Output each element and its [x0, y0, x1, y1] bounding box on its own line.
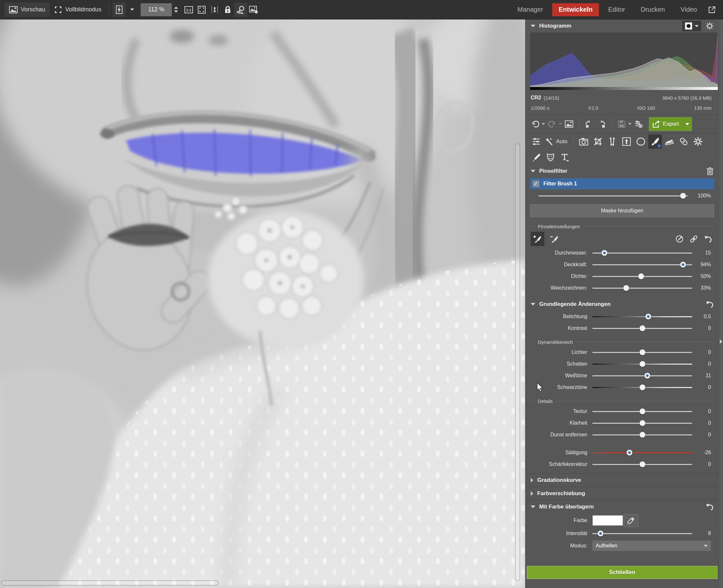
- slider-track[interactable]: [593, 420, 692, 426]
- slider-track[interactable]: [593, 384, 692, 391]
- face-mask-tool[interactable]: [544, 150, 557, 164]
- slider-track[interactable]: [593, 349, 692, 356]
- slider-thumb[interactable]: [639, 420, 645, 426]
- auto-label[interactable]: Auto: [556, 138, 567, 145]
- slider-thumb[interactable]: [623, 285, 629, 291]
- presets-tool[interactable]: [530, 134, 543, 149]
- tab-editor[interactable]: Editor: [601, 3, 632, 16]
- vertical-scrollbar[interactable]: [515, 144, 520, 581]
- slider-track[interactable]: [593, 361, 692, 367]
- undo-dropdown[interactable]: [542, 123, 545, 125]
- fit-to-screen-button[interactable]: [195, 3, 208, 17]
- slider-track[interactable]: [593, 449, 692, 456]
- image-canvas[interactable]: [0, 20, 525, 588]
- tab-video[interactable]: Video: [674, 3, 703, 16]
- rotate-left-button[interactable]: [583, 118, 595, 130]
- slider-thumb[interactable]: [639, 461, 645, 467]
- histogram-settings-icon[interactable]: [706, 22, 714, 30]
- slider-thumb[interactable]: [639, 349, 645, 356]
- add-mask-button[interactable]: Maske hinzufügen: [530, 204, 714, 217]
- export-button[interactable]: Export: [649, 117, 692, 131]
- radial-filter-tool[interactable]: [634, 134, 648, 149]
- reset-brush-button[interactable]: [703, 232, 714, 246]
- auto-enhance-tool[interactable]: [544, 134, 555, 149]
- slider-thumb[interactable]: [639, 326, 645, 332]
- panel-edge-strip[interactable]: [719, 20, 723, 588]
- text-tool[interactable]: [558, 150, 572, 164]
- reset-section-icon[interactable]: [706, 503, 714, 510]
- straighten-tool[interactable]: [605, 134, 619, 149]
- step-down-icon[interactable]: [174, 10, 178, 13]
- tab-entwickeln[interactable]: Entwickeln: [552, 3, 599, 16]
- zoom-100-button[interactable]: 1:1: [182, 3, 195, 17]
- slider-track[interactable]: [593, 285, 692, 291]
- slider-thumb[interactable]: [680, 193, 686, 199]
- slider-thumb[interactable]: [644, 373, 650, 379]
- fullscreen-button[interactable]: Vollbildmodus: [50, 3, 106, 17]
- tone-curve-section-header[interactable]: Gradationskurve: [525, 474, 719, 487]
- link-settings-button[interactable]: [688, 232, 699, 246]
- brush-preview-button[interactable]: [674, 232, 685, 246]
- trash-icon[interactable]: [706, 167, 714, 175]
- preview-button[interactable]: Vorschau: [4, 3, 50, 17]
- perspective-tool[interactable]: [620, 134, 633, 149]
- healing-tool[interactable]: [677, 134, 690, 149]
- auto-exposure-dropdown[interactable]: [126, 3, 139, 17]
- slider-thumb[interactable]: [626, 450, 633, 456]
- slider-thumb[interactable]: [597, 530, 603, 537]
- basic-edits-section-header[interactable]: Grundlegende Änderungen: [525, 298, 719, 311]
- crop-tool[interactable]: [591, 134, 605, 149]
- apply-preset-button[interactable]: [633, 118, 644, 130]
- brush-opacity-slider[interactable]: [538, 192, 688, 199]
- slider-track[interactable]: [593, 250, 692, 256]
- color-overlay-section-header[interactable]: Mit Farbe überlagern: [525, 500, 719, 513]
- camera-raw-tool[interactable]: [577, 134, 591, 149]
- eyedropper-button[interactable]: [624, 514, 639, 527]
- filter-brush-checkbox[interactable]: ✓: [532, 180, 539, 187]
- export-dropdown[interactable]: [683, 118, 691, 130]
- preview-settings-button[interactable]: [247, 3, 260, 17]
- gradient-filter-tool[interactable]: [663, 134, 676, 149]
- slider-thumb[interactable]: [639, 361, 645, 367]
- save-dropdown[interactable]: [628, 123, 632, 125]
- slider-thumb[interactable]: [639, 432, 645, 438]
- rotate-right-button[interactable]: [596, 118, 608, 130]
- fit-width-button[interactable]: [208, 3, 221, 17]
- overlay-display-toggle[interactable]: [682, 21, 701, 31]
- brush-subtract-button[interactable]: [548, 232, 561, 246]
- color-shift-section-header[interactable]: Farbverschiebung: [525, 487, 719, 500]
- save-button[interactable]: [616, 118, 627, 130]
- develop-settings-tool[interactable]: [691, 134, 705, 149]
- zoom-input[interactable]: 112 %: [141, 3, 172, 16]
- tab-manager[interactable]: Manager: [511, 3, 550, 16]
- zoom-stepper[interactable]: [172, 6, 180, 13]
- horizontal-scrollbar[interactable]: [1, 581, 218, 585]
- filter-brush-item[interactable]: ✓ Filter Brush 1: [530, 178, 714, 189]
- undo-button[interactable]: [530, 118, 541, 130]
- lock-zoom-button[interactable]: [221, 3, 234, 17]
- overlay-color-swatch[interactable]: [593, 515, 623, 526]
- slider-track[interactable]: [593, 432, 692, 438]
- tab-drucken[interactable]: Drucken: [634, 3, 672, 16]
- close-button[interactable]: Schließen: [527, 566, 718, 579]
- slider-thumb[interactable]: [601, 250, 607, 256]
- slider-track[interactable]: [593, 273, 692, 279]
- compare-view-button[interactable]: [234, 3, 247, 17]
- histogram-section-header[interactable]: Histogramm: [525, 20, 719, 33]
- brush-filter-section-header[interactable]: Pinselfilter: [525, 165, 719, 177]
- slider-track[interactable]: [593, 372, 692, 379]
- slider-track[interactable]: [593, 461, 692, 467]
- marker-tool[interactable]: [530, 150, 543, 164]
- slider-track[interactable]: [593, 530, 692, 537]
- open-external-button[interactable]: [705, 3, 719, 17]
- slider-thumb[interactable]: [639, 408, 645, 415]
- slider-thumb[interactable]: [680, 262, 686, 268]
- auto-exposure-button[interactable]: [113, 3, 126, 17]
- redo-button[interactable]: [546, 118, 558, 130]
- step-up-icon[interactable]: [174, 6, 178, 9]
- original-image-button[interactable]: [563, 118, 575, 130]
- slider-thumb[interactable]: [645, 314, 651, 320]
- overlay-mode-select[interactable]: Aufhellen: [593, 541, 711, 551]
- slider-thumb[interactable]: [638, 273, 644, 279]
- slider-track[interactable]: [593, 261, 692, 268]
